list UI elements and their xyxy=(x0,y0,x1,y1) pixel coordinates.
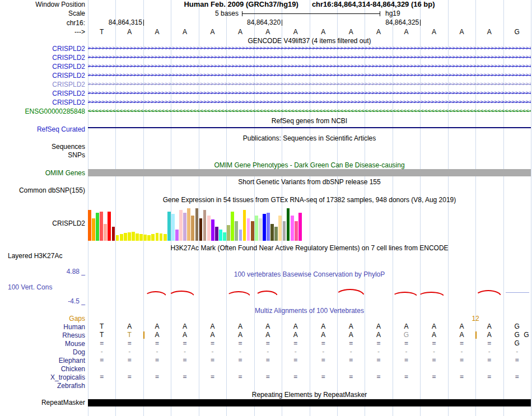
alignment-token: A xyxy=(420,331,447,339)
alignment-token: - xyxy=(254,348,282,356)
alignment-token: A xyxy=(254,331,282,339)
alignment-token: A xyxy=(226,331,254,339)
alignment-token: A xyxy=(143,331,171,339)
alignment-token: = xyxy=(310,356,337,364)
alignment-token: = xyxy=(171,373,198,381)
alignment-token: = xyxy=(475,356,503,364)
alignment-token: T xyxy=(88,331,115,339)
alignment-token: - xyxy=(420,348,447,356)
species-label[interactable]: Zebrafish xyxy=(57,381,85,390)
alignment-token: - xyxy=(365,348,392,356)
alignment-token: - xyxy=(310,348,337,356)
alignment-token: = xyxy=(503,356,531,364)
alignment-token: A xyxy=(199,331,226,339)
alignment-token: = xyxy=(143,356,171,364)
alignment-token: = xyxy=(143,373,171,381)
alignment-token: = xyxy=(199,356,226,364)
alignment-token: = xyxy=(88,339,115,348)
alignment-token: A xyxy=(115,322,143,331)
multiz-alignment-track[interactable]: HumanTAAAAAAAAAAAAAAGRhesusTTAAAAAAAAAGA… xyxy=(0,0,532,416)
alignment-token: A xyxy=(448,331,475,339)
alignment-token: A xyxy=(282,322,309,331)
alignment-token: = xyxy=(199,373,226,381)
alignment-token: = xyxy=(282,356,309,364)
ucsc-genome-browser-view: Window Position Human Feb. 2009 (GRCh37/… xyxy=(0,0,532,416)
alignment-token: A xyxy=(448,322,475,331)
alignment-token: - xyxy=(88,348,115,356)
alignment-token: - xyxy=(448,348,475,356)
species-label[interactable]: Elephant xyxy=(59,356,85,365)
alignment-token: = xyxy=(88,356,115,364)
alignment-token: = xyxy=(143,339,171,348)
alignment-token: - xyxy=(503,348,531,356)
insertion-tick xyxy=(143,331,144,339)
repeatmasker-bar[interactable] xyxy=(88,399,531,406)
alignment-token: = xyxy=(171,339,198,348)
alignment-token: = xyxy=(365,356,392,364)
alignment-token: - xyxy=(337,348,365,356)
alignment-token: = xyxy=(254,373,282,381)
alignment-token: G xyxy=(393,331,420,339)
alignment-token: G xyxy=(520,331,532,339)
alignment-token: = xyxy=(337,339,365,348)
alignment-token: = xyxy=(171,356,198,364)
alignment-token: = xyxy=(448,356,475,364)
alignment-token: A xyxy=(393,322,420,331)
alignment-token: = xyxy=(337,373,365,381)
alignment-token: = xyxy=(254,356,282,364)
alignment-token: = xyxy=(365,373,392,381)
alignment-token: = xyxy=(448,339,475,348)
alignment-token: A xyxy=(337,322,365,331)
alignment-token: - xyxy=(199,348,226,356)
alignment-token: A xyxy=(226,322,254,331)
alignment-token: = xyxy=(115,373,143,381)
alignment-token: A xyxy=(143,322,171,331)
alignment-token: = xyxy=(420,373,447,381)
alignment-token: A xyxy=(171,322,198,331)
alignment-token: - xyxy=(282,348,309,356)
alignment-token: = xyxy=(503,373,531,381)
alignment-token: = xyxy=(115,356,143,364)
alignment-token: = xyxy=(115,339,143,348)
alignment-token: - xyxy=(171,348,198,356)
species-label[interactable]: X_tropicalis xyxy=(50,373,85,382)
alignment-token: = xyxy=(448,373,475,381)
alignment-token: = xyxy=(365,339,392,348)
alignment-token: - xyxy=(226,348,254,356)
alignment-token: = xyxy=(282,339,309,348)
alignment-token: - xyxy=(115,348,143,356)
species-label[interactable]: Rhesus xyxy=(62,331,85,340)
alignment-token: = xyxy=(199,339,226,348)
alignment-token: G xyxy=(503,339,531,348)
alignment-token: = xyxy=(393,356,420,364)
alignment-token: = xyxy=(475,339,503,348)
alignment-token: = xyxy=(310,373,337,381)
alignment-token: T xyxy=(88,322,115,331)
alignment-token: = xyxy=(282,373,309,381)
alignment-token: = xyxy=(226,373,254,381)
alignment-token: - xyxy=(475,348,503,356)
species-label[interactable]: Human xyxy=(63,322,85,331)
alignment-token: = xyxy=(393,339,420,348)
alignment-token: = xyxy=(226,356,254,364)
repeatmasker-label[interactable]: RepeatMasker xyxy=(41,398,85,407)
alignment-token: A xyxy=(171,331,198,339)
alignment-token: A xyxy=(310,322,337,331)
alignment-token: A xyxy=(310,331,337,339)
species-label[interactable]: Chicken xyxy=(61,364,85,373)
alignment-token: - xyxy=(393,348,420,356)
alignment-token: = xyxy=(475,373,503,381)
alignment-token: A xyxy=(475,331,503,339)
alignment-token: A xyxy=(475,322,503,331)
alignment-token: A xyxy=(337,331,365,339)
alignment-token: = xyxy=(393,373,420,381)
alignment-token: = xyxy=(420,356,447,364)
alignment-token: A xyxy=(365,331,392,339)
alignment-token: A xyxy=(199,322,226,331)
species-label[interactable]: Mouse xyxy=(65,339,85,348)
species-label[interactable]: Dog xyxy=(73,348,85,357)
alignment-token: - xyxy=(143,348,171,356)
alignment-token: = xyxy=(420,339,447,348)
alignment-token: = xyxy=(337,356,365,364)
alignment-token: A xyxy=(365,322,392,331)
